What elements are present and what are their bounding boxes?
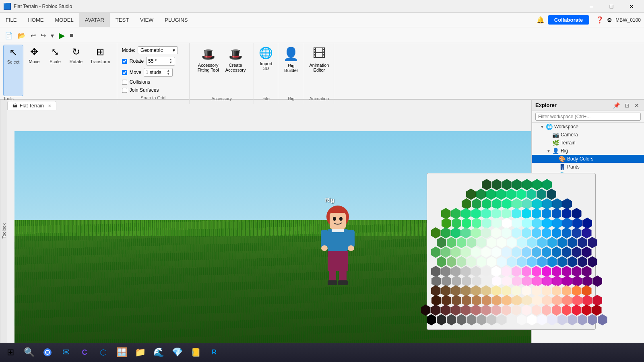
hex-cell-14-0[interactable] bbox=[427, 314, 436, 325]
taskbar-roblox[interactable]: R bbox=[205, 343, 223, 361]
hex-cell-10-13[interactable] bbox=[562, 276, 572, 287]
hex-cell-2-5[interactable] bbox=[512, 198, 522, 210]
hex-cell-12-15[interactable] bbox=[582, 295, 592, 306]
taskbar-store[interactable]: 🪟 bbox=[113, 343, 130, 361]
hex-cell-2-4[interactable] bbox=[502, 198, 512, 210]
stop-icon[interactable]: ■ bbox=[68, 31, 75, 40]
hex-cell-14-5[interactable] bbox=[477, 314, 487, 325]
rotate-checkbox[interactable] bbox=[122, 59, 127, 64]
hex-cell-2-8[interactable] bbox=[542, 198, 552, 210]
hex-cell-14-8[interactable] bbox=[507, 314, 517, 325]
hex-cell-12-7[interactable] bbox=[502, 295, 512, 306]
hex-cell-6-5[interactable] bbox=[487, 237, 497, 248]
hex-cell-2-7[interactable] bbox=[532, 198, 542, 210]
hex-cell-10-10[interactable] bbox=[532, 276, 542, 287]
hex-cell-10-8[interactable] bbox=[512, 276, 522, 287]
select-tool-btn[interactable]: ↖ Select bbox=[3, 45, 23, 96]
dropdown-arrow[interactable]: ▾ bbox=[49, 31, 56, 40]
hex-cell-12-16[interactable] bbox=[592, 295, 602, 306]
create-accessory-btn[interactable]: 🎩 CreateAccessory bbox=[224, 46, 248, 74]
taskbar-files[interactable]: 📁 bbox=[131, 343, 149, 361]
rotate-stepper[interactable]: ▲ ▼ bbox=[168, 58, 173, 64]
menu-view[interactable]: VIEW bbox=[134, 13, 159, 27]
taskbar-vs[interactable]: 💎 bbox=[168, 343, 186, 361]
hex-cell-6-13[interactable] bbox=[568, 237, 577, 248]
hex-cell-10-16[interactable] bbox=[592, 276, 602, 287]
hex-cell-10-15[interactable] bbox=[582, 276, 592, 287]
hex-cell-0-2[interactable] bbox=[502, 179, 512, 190]
hex-cell-4-8[interactable] bbox=[522, 218, 532, 229]
taskbar-mail[interactable]: ✉ bbox=[57, 343, 75, 361]
hex-cell-4-4[interactable] bbox=[482, 218, 491, 229]
hex-cell-2-0[interactable] bbox=[462, 198, 471, 210]
import-3d-btn[interactable]: 🌐 bbox=[259, 46, 273, 60]
rig-builder-btn[interactable]: 👤 bbox=[283, 46, 299, 62]
move-input[interactable]: 1 studs ▲ ▼ bbox=[144, 68, 173, 77]
hex-cell-14-14[interactable] bbox=[568, 314, 577, 325]
hex-cell-4-12[interactable] bbox=[562, 218, 572, 229]
hex-cell-14-4[interactable] bbox=[467, 314, 477, 325]
hex-cell-6-11[interactable] bbox=[547, 237, 557, 248]
tree-item-rig[interactable]: ▼ 👤 Rig bbox=[532, 147, 644, 155]
hex-cell-12-8[interactable] bbox=[512, 295, 522, 306]
hex-cell-10-4[interactable] bbox=[472, 276, 481, 287]
tab-close-btn[interactable]: ✕ bbox=[48, 104, 51, 108]
notification-icon[interactable]: 🔔 bbox=[537, 16, 545, 24]
hex-cell-4-6[interactable]: Pastel blue-green bbox=[502, 218, 512, 229]
hex-cell-14-6[interactable] bbox=[487, 314, 497, 325]
search-button[interactable]: 🔍 bbox=[20, 343, 38, 361]
hex-cell-12-0[interactable] bbox=[431, 295, 441, 306]
taskbar-canva[interactable]: C bbox=[76, 343, 93, 361]
hex-cell-4-13[interactable] bbox=[572, 218, 582, 229]
toolbox[interactable]: Toolbox bbox=[0, 100, 7, 362]
hex-cell-0-1[interactable] bbox=[492, 179, 502, 190]
hex-cell-2-9[interactable] bbox=[552, 198, 562, 210]
menu-model[interactable]: MODEL bbox=[49, 13, 79, 27]
hex-cell-12-1[interactable] bbox=[442, 295, 451, 306]
hex-cell-2-6[interactable] bbox=[522, 198, 532, 210]
hex-cell-6-10[interactable] bbox=[537, 237, 547, 248]
hex-cell-6-9[interactable] bbox=[527, 237, 537, 248]
tree-item-body-colors[interactable]: ▶ 🎨 Body Colors bbox=[532, 155, 644, 163]
hex-cell-4-11[interactable] bbox=[552, 218, 562, 229]
hex-cell-10-11[interactable] bbox=[542, 276, 552, 287]
help-icon[interactable]: ❓ bbox=[596, 16, 604, 24]
hex-cell-12-9[interactable] bbox=[522, 295, 532, 306]
hex-cell-6-1[interactable] bbox=[447, 237, 456, 248]
hex-cell-0-5[interactable] bbox=[532, 179, 542, 190]
redo-icon[interactable]: ↪ bbox=[39, 31, 47, 40]
hex-cell-6-12[interactable] bbox=[557, 237, 567, 248]
hex-cell-4-3[interactable] bbox=[472, 218, 481, 229]
open-file-icon[interactable]: 📂 bbox=[16, 31, 27, 40]
menu-plugins[interactable]: PLUGINS bbox=[159, 13, 193, 27]
hex-cell-12-5[interactable] bbox=[482, 295, 491, 306]
taskbar-vscode[interactable]: ⬡ bbox=[94, 343, 112, 361]
hex-cell-12-6[interactable] bbox=[492, 295, 502, 306]
hex-cell-4-1[interactable] bbox=[452, 218, 461, 229]
hex-cell-0-6[interactable] bbox=[542, 179, 552, 190]
hex-cell-8-1[interactable] bbox=[447, 256, 456, 267]
move-stepper[interactable]: ▲ ▼ bbox=[166, 69, 171, 76]
hex-cell-8-6[interactable] bbox=[497, 256, 507, 267]
hex-cell-10-3[interactable] bbox=[462, 276, 471, 287]
hex-cell-12-4[interactable] bbox=[472, 295, 481, 306]
hex-cell-14-13[interactable] bbox=[557, 314, 567, 325]
hex-cell-8-0[interactable] bbox=[437, 256, 446, 267]
hex-cell-4-10[interactable] bbox=[542, 218, 552, 229]
menu-test[interactable]: TEST bbox=[110, 13, 134, 27]
hex-cell-8-5[interactable] bbox=[487, 256, 497, 267]
play-icon[interactable]: ▶ bbox=[57, 30, 66, 41]
hex-cell-10-0[interactable] bbox=[431, 276, 441, 287]
join-surfaces-checkbox[interactable] bbox=[122, 88, 127, 93]
hex-cell-0-0[interactable] bbox=[482, 179, 491, 190]
rig-toggle[interactable]: ▼ bbox=[547, 149, 552, 153]
hex-cell-8-7[interactable] bbox=[507, 256, 517, 267]
hex-cell-6-3[interactable] bbox=[467, 237, 477, 248]
new-file-icon[interactable]: 📄 bbox=[3, 31, 14, 40]
hex-cell-12-12[interactable] bbox=[552, 295, 562, 306]
collaborate-button[interactable]: Collaborate bbox=[548, 15, 590, 25]
hex-cell-14-12[interactable] bbox=[547, 314, 557, 325]
hex-cell-8-13[interactable] bbox=[568, 256, 577, 267]
hex-cell-4-5[interactable] bbox=[492, 218, 502, 229]
hex-cell-10-5[interactable] bbox=[482, 276, 491, 287]
